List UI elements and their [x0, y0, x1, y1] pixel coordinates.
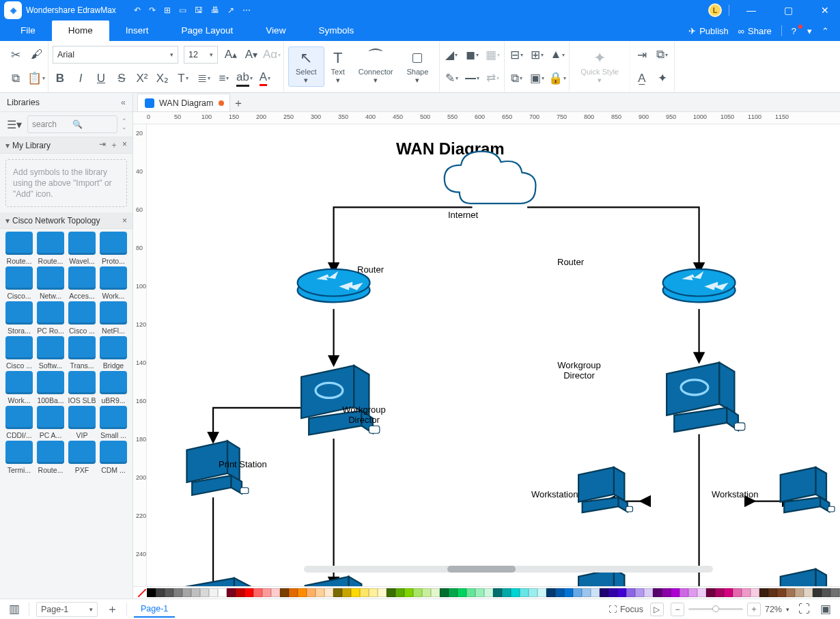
color-swatch[interactable] — [742, 588, 751, 597]
paste-icon[interactable]: 📋▾ — [29, 71, 44, 86]
color-swatch[interactable] — [724, 588, 733, 597]
color-swatch[interactable] — [795, 588, 804, 597]
color-swatch[interactable] — [165, 588, 173, 597]
bullets-icon[interactable]: ≣▾ — [196, 71, 211, 86]
library-item[interactable]: Wavel... — [67, 232, 97, 265]
color-swatch[interactable] — [173, 588, 182, 597]
collapse-ribbon-button[interactable]: ⌃ — [822, 26, 829, 36]
color-swatch[interactable] — [635, 588, 644, 597]
library-item[interactable]: NetFl... — [98, 301, 128, 335]
library-item[interactable]: CDM ... — [98, 441, 128, 474]
line-spacing-icon[interactable]: ≡▾ — [216, 71, 232, 86]
pick-color-icon[interactable]: A̲ — [634, 71, 649, 86]
color-swatch[interactable] — [333, 588, 342, 597]
distribute-icon[interactable]: ⊞▾ — [529, 47, 544, 62]
same-width-icon[interactable]: ⇥ — [634, 47, 649, 62]
play-button[interactable]: ▷ — [650, 603, 664, 616]
library-item[interactable]: IOS SLB — [67, 371, 97, 404]
horizontal-scrollbar[interactable] — [304, 566, 713, 573]
color-swatch[interactable] — [715, 588, 724, 597]
color-swatch[interactable] — [209, 588, 218, 597]
color-swatch[interactable] — [466, 588, 475, 597]
zoom-out-button[interactable]: − — [671, 603, 684, 616]
page-label[interactable]: Page-1 — [134, 601, 175, 618]
library-item[interactable]: Work... — [98, 266, 128, 300]
increase-font-icon[interactable]: A▴ — [223, 47, 238, 62]
color-swatch[interactable] — [671, 588, 680, 597]
color-swatch[interactable] — [706, 588, 715, 597]
library-item[interactable]: VIP — [67, 406, 97, 439]
font-color-icon[interactable]: A▾ — [257, 71, 272, 86]
color-swatch[interactable] — [316, 588, 324, 597]
library-item[interactable]: Acces... — [67, 266, 97, 300]
zoom-slider[interactable] — [688, 608, 743, 610]
color-swatch[interactable] — [147, 588, 156, 597]
focus-button[interactable]: ⛶ Focus — [608, 605, 643, 614]
line-color-icon[interactable]: ✎▾ — [444, 71, 459, 86]
library-menu-icon[interactable]: ☰▾ — [5, 115, 23, 133]
color-swatch[interactable] — [493, 588, 502, 597]
color-swatch[interactable] — [378, 588, 387, 597]
share-button[interactable]: ∞ Share — [738, 26, 772, 36]
window-maximize-button[interactable]: ▢ — [773, 5, 803, 16]
collapse-panel-icon[interactable]: « — [121, 98, 126, 107]
arrow-style-icon[interactable]: ⇄▾ — [485, 71, 500, 86]
no-color-swatch[interactable] — [137, 588, 147, 598]
help-button[interactable]: ?▾ — [792, 26, 812, 36]
text-tool-button[interactable]: TText▾ — [324, 47, 352, 86]
library-item[interactable]: Work... — [4, 371, 34, 404]
zoom-in-button[interactable]: ＋ — [747, 603, 761, 616]
cut-icon[interactable]: ✂ — [8, 47, 23, 62]
color-swatch[interactable] — [555, 588, 564, 597]
redo-icon[interactable]: ↷ — [149, 5, 156, 15]
library-item[interactable]: Termi... — [4, 441, 34, 474]
print-icon[interactable]: 🖶 — [211, 5, 219, 15]
change-case-icon[interactable]: Aα▾ — [264, 47, 279, 62]
color-swatch[interactable] — [475, 588, 484, 597]
color-swatch[interactable] — [227, 588, 236, 597]
color-swatch[interactable] — [182, 588, 191, 597]
color-swatch[interactable] — [369, 588, 378, 597]
library-item[interactable]: PC A... — [36, 406, 66, 439]
color-swatch[interactable] — [617, 588, 626, 597]
color-swatch[interactable] — [360, 588, 369, 597]
tab-view[interactable]: View — [249, 20, 302, 41]
color-swatch[interactable] — [591, 588, 600, 597]
line-style-icon[interactable]: ▾ — [464, 71, 479, 86]
tab-file[interactable]: File — [4, 20, 52, 41]
color-swatch[interactable] — [662, 588, 671, 597]
lock-icon[interactable]: 🔒▾ — [550, 71, 565, 86]
color-swatch[interactable] — [484, 588, 493, 597]
window-close-button[interactable]: ✕ — [810, 5, 840, 16]
color-swatch[interactable] — [830, 588, 839, 597]
color-swatch[interactable] — [271, 588, 280, 597]
library-item[interactable]: Small ... — [98, 406, 128, 439]
text-effects-icon[interactable]: T▾ — [176, 71, 191, 86]
shape-tool-button[interactable]: Shape▾ — [400, 47, 436, 86]
color-swatch[interactable] — [262, 588, 271, 597]
quick-style-button[interactable]: ✦Quick Style▾ — [574, 47, 626, 86]
color-swatch[interactable] — [564, 588, 573, 597]
color-swatch[interactable] — [307, 588, 316, 597]
color-swatch[interactable] — [422, 588, 431, 597]
import-icon[interactable]: ⇥ — [99, 139, 106, 151]
fullscreen-icon[interactable]: ▣ — [818, 602, 833, 617]
color-swatch[interactable] — [626, 588, 635, 597]
document-tab[interactable]: WAN Diagram — [137, 94, 230, 111]
color-swatch[interactable] — [768, 588, 777, 597]
tab-page-layout[interactable]: Page Layout — [165, 20, 250, 41]
library-item[interactable]: Softw... — [36, 336, 66, 370]
color-swatch[interactable] — [458, 588, 466, 597]
color-swatch[interactable] — [653, 588, 662, 597]
rotate-icon[interactable]: ▲▾ — [550, 47, 565, 62]
library-item[interactable]: Stora... — [4, 301, 34, 335]
color-swatch[interactable] — [244, 588, 253, 597]
library-item[interactable]: Netw... — [36, 266, 66, 300]
canvas-page[interactable]: WAN Diagram — [147, 124, 840, 586]
library-nav-buttons[interactable]: ⌃⌄ — [122, 118, 127, 130]
library-item[interactable]: 100Ba... — [36, 371, 66, 404]
color-swatch[interactable] — [289, 588, 298, 597]
color-swatch[interactable] — [751, 588, 759, 597]
color-swatch[interactable] — [218, 588, 227, 597]
library-item[interactable]: CDDI/... — [4, 406, 34, 439]
